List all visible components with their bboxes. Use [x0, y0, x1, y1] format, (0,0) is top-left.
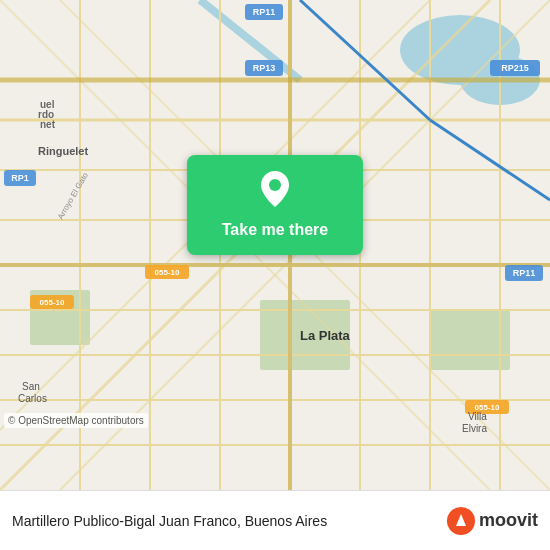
location-pin-icon — [261, 171, 289, 215]
svg-text:Ringuelet: Ringuelet — [38, 145, 88, 157]
moovit-text: moovit — [479, 510, 538, 531]
svg-text:San: San — [22, 381, 40, 392]
svg-text:RP215: RP215 — [501, 63, 529, 73]
map-container: RP11 RP13 RP215 RP1 RP11 055-10 055-10 0… — [0, 0, 550, 490]
svg-text:RP1: RP1 — [11, 173, 29, 183]
svg-point-59 — [269, 179, 281, 191]
bottom-bar: Martillero Publico-Bigal Juan Franco, Bu… — [0, 490, 550, 550]
svg-rect-3 — [430, 310, 510, 370]
svg-text:055-10: 055-10 — [155, 268, 180, 277]
svg-text:net: net — [40, 119, 56, 130]
svg-text:La Plata: La Plata — [300, 328, 351, 343]
svg-text:055-10: 055-10 — [40, 298, 65, 307]
svg-text:Villa: Villa — [468, 411, 487, 422]
svg-text:Elvira: Elvira — [462, 423, 487, 434]
moovit-icon — [447, 507, 475, 535]
location-name: Martillero Publico-Bigal Juan Franco, Bu… — [12, 513, 439, 529]
svg-text:RP13: RP13 — [253, 63, 276, 73]
svg-text:Carlos: Carlos — [18, 393, 47, 404]
svg-text:RP11: RP11 — [513, 268, 536, 278]
take-me-there-label: Take me there — [222, 221, 328, 239]
map-attribution: © OpenStreetMap contributors — [4, 413, 148, 428]
moovit-logo: moovit — [447, 507, 538, 535]
svg-text:RP11: RP11 — [253, 7, 276, 17]
take-me-there-button[interactable]: Take me there — [187, 155, 363, 255]
